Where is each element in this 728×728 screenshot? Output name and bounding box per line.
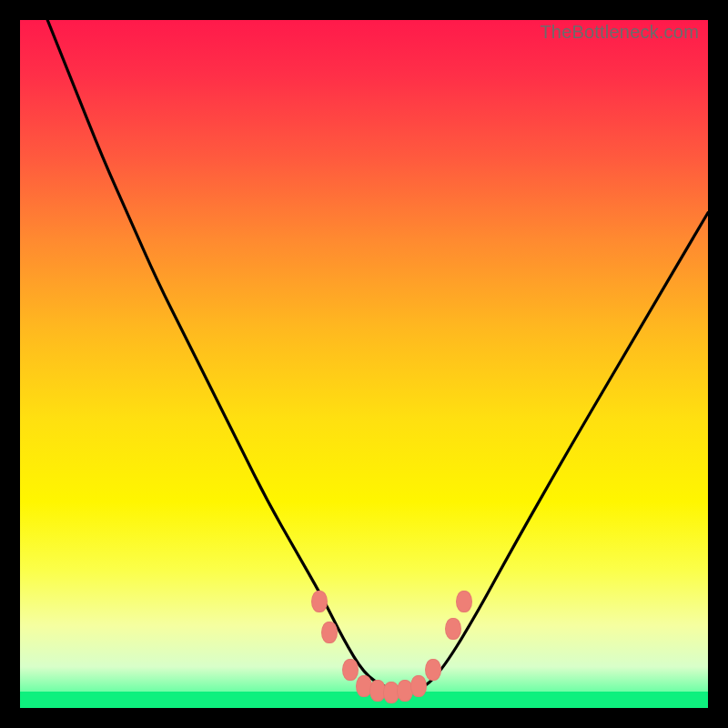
background-gradient xyxy=(20,20,708,708)
plot-area: TheBottleneck.com xyxy=(20,20,708,708)
chart-frame: TheBottleneck.com xyxy=(0,0,728,728)
curve-marker xyxy=(321,622,338,643)
curve-marker xyxy=(342,659,359,681)
curve-marker xyxy=(445,618,461,640)
curve-marker xyxy=(425,659,441,681)
watermark-text: TheBottleneck.com xyxy=(540,22,699,43)
curve-marker xyxy=(456,591,472,612)
curve-marker xyxy=(311,591,328,612)
curve-marker xyxy=(410,675,427,697)
